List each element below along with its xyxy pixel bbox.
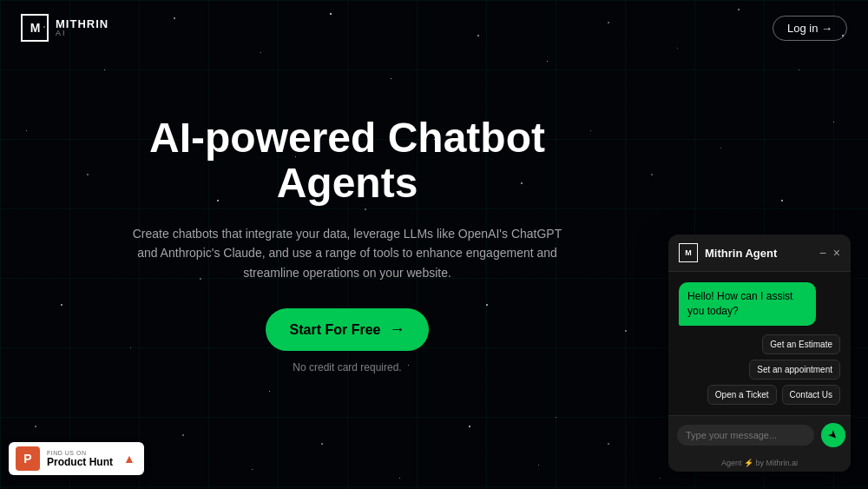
logo-text: MITHRIN AI — [56, 18, 108, 37]
cta-arrow-icon: → — [389, 320, 404, 339]
chat-header-actions: − × — [819, 247, 840, 259]
star — [35, 426, 36, 427]
star — [182, 434, 184, 436]
ph-find-text: FIND US ON — [47, 450, 113, 456]
star — [252, 469, 253, 470]
star — [833, 122, 834, 122]
cta-button[interactable]: Start For Free → — [266, 308, 430, 351]
chat-option-button[interactable]: Get an Estimate — [762, 334, 840, 354]
send-button[interactable]: ➤ — [821, 423, 845, 447]
chat-input-area: ➤ — [668, 415, 851, 454]
star — [590, 130, 591, 131]
logo-icon: M — [21, 14, 49, 42]
star — [538, 465, 539, 466]
brand-sub: AI — [56, 30, 108, 37]
chat-input[interactable] — [677, 425, 814, 446]
star — [660, 478, 661, 479]
star — [720, 148, 721, 149]
hero-description: Create chatbots that integrate your data… — [130, 224, 564, 282]
hero-section: AI-powered Chatbot Agents Create chatbot… — [130, 116, 564, 374]
product-hunt-badge[interactable]: P FIND US ON Product Hunt ▲ — [9, 442, 144, 475]
send-icon: ➤ — [825, 426, 841, 442]
chat-option-button[interactable]: Open a Ticket — [707, 385, 777, 405]
star — [104, 69, 105, 70]
star — [547, 61, 548, 62]
star — [608, 443, 609, 445]
star — [391, 78, 391, 79]
login-button[interactable]: Log in → — [773, 16, 847, 41]
star — [61, 304, 62, 306]
star — [26, 130, 27, 131]
star — [799, 69, 799, 70]
minimize-button[interactable]: − — [819, 247, 826, 259]
ph-arrow-icon: ▲ — [123, 452, 135, 466]
product-hunt-logo: P — [16, 446, 40, 471]
chat-option-button[interactable]: Set an appointment — [749, 360, 840, 380]
chat-header: M Mithrin Agent − × — [668, 235, 851, 272]
star — [625, 330, 627, 332]
logo: M MITHRIN AI — [21, 14, 108, 42]
chat-body: Hello! How can I assist you today? Get a… — [668, 272, 851, 415]
star — [651, 174, 653, 175]
ph-name: Product Hunt — [47, 456, 113, 468]
ph-text-block: FIND US ON Product Hunt — [47, 450, 113, 468]
chat-title: Mithrin Agent — [705, 247, 812, 260]
header: M MITHRIN AI Log in → — [0, 0, 868, 56]
star — [87, 174, 89, 175]
no-credit-text: No credit card required. — [130, 361, 564, 373]
chat-footer: Agent ⚡ by Mithrin.ai — [668, 454, 851, 472]
chat-bubble: Hello! How can I assist you today? — [679, 282, 816, 326]
star — [399, 478, 400, 479]
chat-logo-icon: M — [679, 243, 698, 262]
hero-title: AI-powered Chatbot Agents — [130, 116, 564, 208]
star — [469, 426, 470, 427]
cta-label: Start For Free — [290, 322, 381, 338]
chat-widget: M Mithrin Agent − × Hello! How can I ass… — [668, 235, 851, 472]
star — [556, 417, 556, 418]
star — [269, 391, 270, 392]
star — [321, 443, 323, 445]
chat-option-button[interactable]: Contact Us — [782, 385, 840, 405]
chat-options: Get an EstimateSet an appointmentOpen a … — [679, 334, 840, 405]
star — [781, 200, 783, 202]
ph-logo-char: P — [23, 452, 31, 466]
close-button[interactable]: × — [833, 247, 840, 259]
